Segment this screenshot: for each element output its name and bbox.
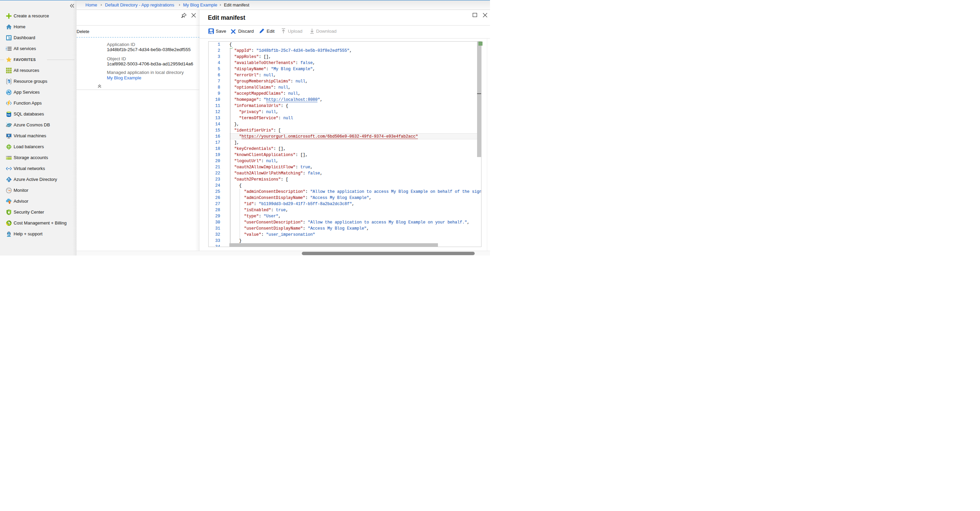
- svg-text:SQL: SQL: [7, 114, 11, 116]
- svg-text:$: $: [8, 222, 9, 224]
